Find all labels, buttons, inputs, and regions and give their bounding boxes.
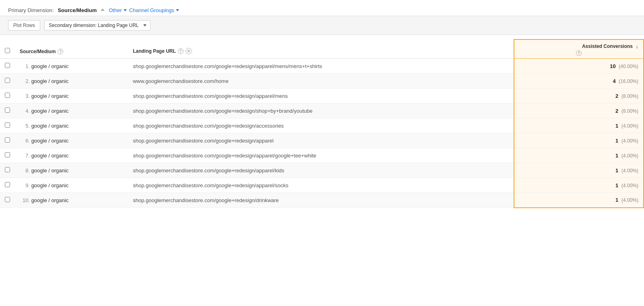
landing-page-url-cell: shop.googlemerchandisestore.com/google+r…	[128, 193, 514, 208]
table-row: 7. google / organic shop.googlemerchandi…	[0, 148, 644, 163]
source-medium-cell: 1. google / organic	[15, 59, 128, 74]
metric-value: 1	[615, 182, 618, 188]
table-row: 9. google / organic shop.googlemerchandi…	[0, 178, 644, 193]
metric-cell: 1 (4.00%)	[514, 133, 644, 148]
table-row: 3. google / organic shop.googlemerchandi…	[0, 89, 644, 103]
landing-page-url-cell: shop.googlemerchandisestore.com/google+r…	[128, 103, 514, 118]
row-checkbox-cell	[0, 74, 15, 89]
toolbar: Plot Rows Secondary dimension: Landing P…	[0, 16, 644, 35]
source-medium-value: google / organic	[31, 123, 69, 129]
metric-value: 1	[615, 197, 618, 203]
metric-percent: (4.00%)	[621, 123, 638, 129]
header-checkbox-cell	[0, 39, 15, 59]
data-table-container: Source/Medium ? Landing Page URL ? ✕ Ass…	[0, 35, 644, 212]
metric-cell: 2 (8.00%)	[514, 103, 644, 118]
row-checkbox-cell	[0, 163, 15, 178]
metric-percent: (4.00%)	[621, 197, 638, 203]
row-number: 2.	[20, 78, 30, 84]
landing-page-close-icon[interactable]: ✕	[186, 48, 192, 54]
row-number: 5.	[20, 123, 30, 129]
metric-cell: 1 (4.00%)	[514, 118, 644, 133]
source-medium-value: google / organic	[31, 153, 69, 159]
source-medium-info-icon: ?	[58, 49, 63, 54]
table-row: 5. google / organic shop.googlemerchandi…	[0, 118, 644, 133]
metric-value: 2	[615, 93, 618, 99]
table-row: 2. google / organic www.googlemerchandis…	[0, 74, 644, 89]
table-row: 10. google / organic shop.googlemerchand…	[0, 193, 644, 208]
row-number: 3.	[20, 93, 30, 99]
landing-page-info-icon: ?	[178, 48, 184, 54]
landing-page-url-cell: shop.googlemerchandisestore.com/google+r…	[128, 178, 514, 193]
metric-percent: (40.00%)	[619, 64, 638, 69]
source-medium-cell: 8. google / organic	[15, 163, 128, 178]
secondary-dimension-select[interactable]: Secondary dimension: Landing Page URL	[44, 20, 151, 31]
upward-triangle-icon	[101, 8, 105, 11]
landing-page-url-label: Landing Page URL	[133, 48, 176, 54]
sort-down-icon: ↓	[636, 43, 638, 50]
table-row: 4. google / organic shop.googlemerchandi…	[0, 103, 644, 118]
data-table: Source/Medium ? Landing Page URL ? ✕ Ass…	[0, 39, 644, 208]
landing-page-url-cell: www.googlemerchandisestore.com/home	[128, 74, 514, 89]
row-checkbox[interactable]	[5, 167, 10, 172]
metric-value: 1	[615, 167, 618, 174]
plot-rows-button[interactable]: Plot Rows	[8, 20, 40, 31]
row-checkbox-cell	[0, 89, 15, 103]
select-all-checkbox[interactable]	[5, 48, 10, 53]
metric-percent: (8.00%)	[621, 108, 638, 114]
source-medium-header: Source/Medium ?	[15, 39, 128, 59]
landing-page-url-cell: shop.googlemerchandisestore.com/google+r…	[128, 148, 514, 163]
row-number: 4.	[20, 108, 30, 114]
row-checkbox-cell	[0, 133, 15, 148]
metric-cell: 1 (4.00%)	[514, 193, 644, 208]
primary-dimension-label: Primary Dimension:	[8, 7, 54, 13]
source-medium-cell: 2. google / organic	[15, 74, 128, 89]
source-medium-cell: 7. google / organic	[15, 148, 128, 163]
row-checkbox[interactable]	[5, 122, 10, 128]
other-chevron-icon	[124, 9, 127, 11]
row-checkbox[interactable]	[5, 152, 10, 157]
row-checkbox[interactable]	[5, 108, 10, 113]
table-header-row: Source/Medium ? Landing Page URL ? ✕ Ass…	[0, 39, 644, 59]
table-body: 1. google / organic shop.googlemerchandi…	[0, 59, 644, 208]
metric-percent: (4.00%)	[621, 138, 638, 144]
row-checkbox[interactable]	[5, 197, 10, 202]
row-checkbox-cell	[0, 178, 15, 193]
other-link[interactable]: Other	[109, 7, 127, 13]
metric-cell: 4 (16.00%)	[514, 74, 644, 89]
row-number: 1.	[20, 63, 30, 69]
metric-value: 1	[615, 153, 618, 159]
row-checkbox-cell	[0, 148, 15, 163]
source-medium-value: google / organic	[31, 197, 69, 203]
secondary-dimension-wrapper: Secondary dimension: Landing Page URL	[44, 20, 151, 31]
row-checkbox-cell	[0, 118, 15, 133]
row-checkbox[interactable]	[5, 93, 10, 98]
metric-percent: (4.00%)	[621, 183, 638, 188]
metric-cell: 1 (4.00%)	[514, 163, 644, 178]
row-checkbox-cell	[0, 193, 15, 208]
source-medium-cell: 4. google / organic	[15, 103, 128, 118]
metric-percent: (4.00%)	[621, 168, 638, 174]
channel-groupings-chevron-icon	[176, 9, 179, 11]
row-number: 9.	[20, 182, 30, 188]
source-medium-value: google / organic	[31, 182, 69, 188]
source-medium-value: google / organic	[31, 108, 69, 114]
source-medium-cell: 9. google / organic	[15, 178, 128, 193]
metric-percent: (8.00%)	[621, 93, 638, 99]
source-medium-cell: 3. google / organic	[15, 89, 128, 103]
landing-page-url-header: Landing Page URL ? ✕	[128, 39, 514, 59]
source-medium-cell: 6. google / organic	[15, 133, 128, 148]
landing-page-url-cell: shop.googlemerchandisestore.com/google+r…	[128, 59, 514, 74]
metric-cell: 10 (40.00%)	[514, 59, 644, 74]
metric-value: 1	[615, 123, 618, 129]
row-checkbox[interactable]	[5, 78, 10, 83]
source-medium-value: google / organic	[31, 78, 69, 84]
assisted-conversions-info-icon: ?	[576, 50, 582, 56]
row-checkbox[interactable]	[5, 182, 10, 187]
row-checkbox[interactable]	[5, 137, 10, 143]
channel-groupings-link[interactable]: Channel Groupings	[129, 7, 179, 13]
assisted-conversions-header: Assisted Conversions ↓ ?	[514, 39, 644, 59]
table-row: 6. google / organic shop.googlemerchandi…	[0, 133, 644, 148]
row-checkbox-cell	[0, 59, 15, 74]
table-row: 1. google / organic shop.googlemerchandi…	[0, 59, 644, 74]
row-checkbox[interactable]	[5, 63, 10, 68]
